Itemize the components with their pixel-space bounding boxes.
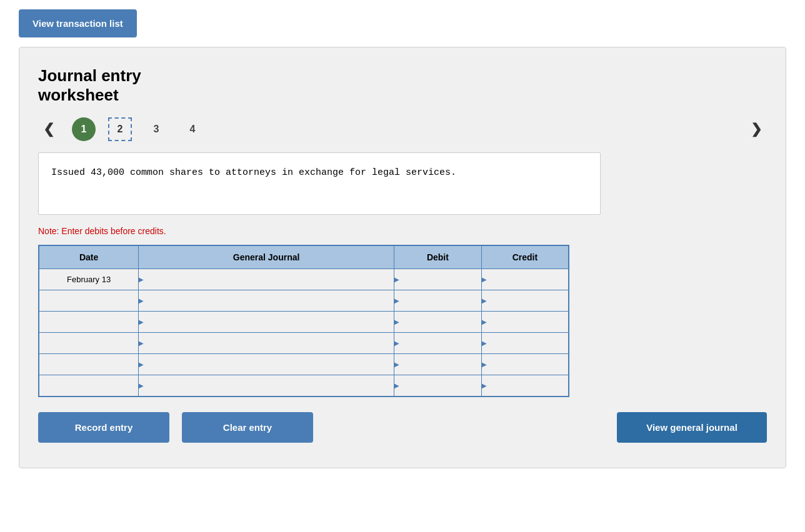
cell-arrow-icon: ▶ [394,382,399,389]
description-box: Issued 43,000 common shares to attorneys… [38,152,601,215]
view-general-journal-button[interactable]: View general journal [617,412,767,443]
table-row: ▶ ▶ ▶ [39,375,569,397]
record-entry-button[interactable]: Record entry [38,412,169,443]
credit-cell-6[interactable]: ▶ [481,375,569,397]
journal-cell-5[interactable]: ▶ [139,354,394,375]
pagination: ❮ 1 2 3 4 ❯ [38,117,767,141]
worksheet-container: Journal entry worksheet ❮ 1 2 3 4 ❯ Issu… [19,47,786,468]
credit-input-6[interactable] [489,378,568,393]
credit-cell-3[interactable]: ▶ [481,312,569,333]
debit-input-1[interactable] [402,272,481,287]
cell-arrow-icon: ▶ [482,297,487,304]
date-cell-4 [39,333,139,354]
debit-cell-3[interactable]: ▶ [394,312,482,333]
table-header-row: Date General Journal Debit Credit [39,245,569,269]
credit-header: Credit [481,245,569,269]
date-cell-2 [39,290,139,312]
journal-input-2[interactable] [146,293,394,308]
credit-cell-4[interactable]: ▶ [481,333,569,354]
credit-cell-5[interactable]: ▶ [481,354,569,375]
credit-cell-1[interactable]: ▶ [481,269,569,290]
journal-table: Date General Journal Debit Credit Februa… [38,245,569,397]
debit-cell-1[interactable]: ▶ [394,269,482,290]
cell-arrow-icon: ▶ [394,276,399,283]
table-row: ▶ ▶ ▶ [39,333,569,354]
journal-input-1[interactable] [146,272,394,287]
note-text: Note: Enter debits before credits. [38,226,767,236]
debit-input-4[interactable] [402,336,481,350]
cell-arrow-icon: ▶ [394,361,399,368]
clear-entry-button[interactable]: Clear entry [182,412,313,443]
prev-page-button[interactable]: ❮ [38,119,59,140]
date-header: Date [39,245,139,269]
credit-input-1[interactable] [489,272,568,287]
debit-input-6[interactable] [402,378,481,393]
debit-header: Debit [394,245,482,269]
debit-input-2[interactable] [402,293,481,308]
debit-input-3[interactable] [402,315,481,329]
page-2-button[interactable]: 2 [108,117,132,141]
general-journal-header: General Journal [139,245,394,269]
cell-arrow-icon: ▶ [394,340,399,347]
debit-cell-6[interactable]: ▶ [394,375,482,397]
date-cell-6 [39,375,139,397]
table-row: ▶ ▶ ▶ [39,290,569,312]
journal-cell-1[interactable]: ▶ [139,269,394,290]
date-cell-3 [39,312,139,333]
table-row: ▶ ▶ ▶ [39,354,569,375]
table-row: ▶ ▶ ▶ [39,312,569,333]
cell-arrow-icon: ▶ [482,382,487,389]
date-cell-5 [39,354,139,375]
next-page-button[interactable]: ❯ [746,119,767,140]
cell-arrow-icon: ▶ [139,382,144,389]
credit-input-5[interactable] [489,357,568,372]
buttons-row: Record entry Clear entry View general jo… [38,412,767,443]
cell-arrow-icon: ▶ [139,297,144,304]
cell-arrow-icon: ▶ [482,276,487,283]
cell-arrow-icon: ▶ [482,340,487,347]
cell-arrow-icon: ▶ [394,318,399,325]
view-transaction-button[interactable]: View transaction list [19,9,137,37]
page-4-button[interactable]: 4 [181,117,204,141]
journal-input-3[interactable] [146,315,394,329]
journal-input-4[interactable] [146,336,394,350]
journal-input-5[interactable] [146,357,394,372]
cell-arrow-icon: ▶ [482,361,487,368]
cell-arrow-icon: ▶ [139,276,144,283]
credit-input-3[interactable] [489,315,568,329]
page-3-button[interactable]: 3 [144,117,168,141]
journal-cell-3[interactable]: ▶ [139,312,394,333]
journal-cell-2[interactable]: ▶ [139,290,394,312]
journal-cell-4[interactable]: ▶ [139,333,394,354]
cell-arrow-icon: ▶ [139,318,144,325]
credit-cell-2[interactable]: ▶ [481,290,569,312]
journal-cell-6[interactable]: ▶ [139,375,394,397]
credit-input-4[interactable] [489,336,568,350]
cell-arrow-icon: ▶ [394,297,399,304]
debit-input-5[interactable] [402,357,481,372]
credit-input-2[interactable] [489,293,568,308]
debit-cell-4[interactable]: ▶ [394,333,482,354]
description-text: Issued 43,000 common shares to attorneys… [51,167,456,178]
worksheet-title: Journal entry worksheet [38,66,767,105]
debit-cell-2[interactable]: ▶ [394,290,482,312]
page-1-button[interactable]: 1 [72,117,96,141]
cell-arrow-icon: ▶ [482,318,487,325]
journal-input-6[interactable] [146,378,394,393]
top-bar: View transaction list [0,0,805,47]
cell-arrow-icon: ▶ [139,340,144,347]
debit-cell-5[interactable]: ▶ [394,354,482,375]
date-cell-1: February 13 [39,269,139,290]
table-row: February 13 ▶ ▶ ▶ [39,269,569,290]
cell-arrow-icon: ▶ [139,361,144,368]
